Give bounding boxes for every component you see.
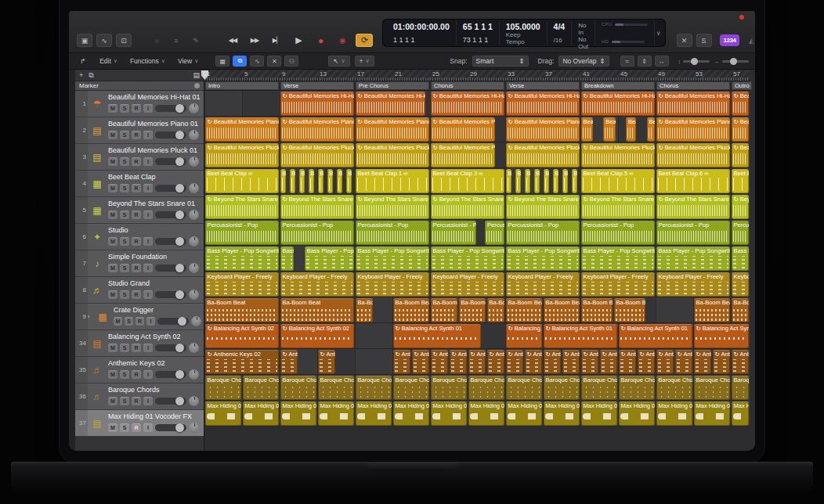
r-button[interactable]: R [132, 237, 141, 246]
volume-slider[interactable] [155, 371, 186, 378]
volume-slider[interactable] [157, 318, 189, 325]
quick-help-icon[interactable]: ☼ [149, 34, 164, 47]
m-button[interactable]: M [108, 290, 117, 299]
region-keyboard[interactable]: Keyboard Player - Freely [356, 272, 430, 297]
region-snare[interactable]: ↻ Beyond The Stars Snare 02.1 [431, 195, 505, 219]
track-header-35[interactable]: 35♬Anthemic Keys 02MSRI [75, 357, 204, 383]
volume-slider[interactable] [155, 291, 186, 298]
region-piano[interactable]: Beautiful Memories Piano [603, 117, 615, 142]
pan-knob[interactable] [189, 343, 199, 353]
record-button[interactable]: ● [312, 34, 329, 47]
i-button[interactable]: I [143, 344, 153, 352]
toolbar-toggle-icon[interactable]: ⊡ [116, 34, 132, 47]
region-clap[interactable]: Beet Beat Clap [290, 169, 296, 193]
rewind-button[interactable]: ◀◀ [224, 34, 241, 47]
region-baroque-chords[interactable]: Baroque Chords [656, 376, 693, 400]
editors-icon[interactable]: ✎ [188, 34, 204, 47]
capture-recording-button[interactable]: ◉ [334, 34, 351, 47]
region-pluck[interactable]: ↻ Beautiful Memories Pluck 01.1 [280, 143, 355, 167]
region-anthemic-keys[interactable]: ↻ Anthemic Keys 02 [732, 350, 750, 374]
vertical-auto-zoom-button[interactable]: ⇕ [638, 56, 652, 67]
r-button[interactable]: R [132, 211, 141, 219]
volume-slider-knob[interactable] [175, 104, 184, 113]
m-button[interactable]: M [108, 131, 117, 139]
region-piano[interactable]: ↻ Beautiful Memories Piano 01.2 [656, 117, 731, 142]
region-snare[interactable]: ↻ Beyond The Stars Snare 02 ∞ [356, 195, 430, 219]
duplicate-track-button[interactable]: ⧉ [89, 71, 93, 80]
volume-slider-knob[interactable] [175, 423, 184, 432]
track-header-6[interactable]: 6✦StudioMSRI [75, 224, 204, 250]
volume-slider-knob[interactable] [175, 157, 184, 166]
region-clap[interactable]: Beet Beat Clap [534, 169, 540, 193]
region-baroque-chords[interactable]: Baroque Chords [506, 376, 543, 400]
region-bass[interactable]: Bass Player - Pop Songwriter [356, 247, 430, 271]
region-hi-hat[interactable]: ↻ Beautiful Memories Hi-Hat 02.1 [431, 92, 505, 116]
m-button[interactable]: M [108, 370, 117, 379]
track-header-2[interactable]: 2▤Beautiful Memories Piano 01MSRI [75, 117, 204, 144]
region-clap[interactable]: Beet Beat Clap [525, 169, 531, 193]
region-hi-hat[interactable]: ↻ Beautiful Memories Hi-Hat 03.1 [280, 92, 355, 116]
volume-slider[interactable] [155, 211, 186, 218]
region-ba-boom[interactable]: Ba-Boom Beat [581, 298, 613, 322]
pan-knob[interactable] [189, 210, 199, 220]
region-clap[interactable]: Beet Beat Clap [318, 169, 324, 193]
vertical-zoom-slider[interactable] [683, 60, 710, 63]
region-pluck[interactable]: ↻ Beautiful Memories Pluck 02.3 [581, 143, 656, 167]
region-max-hiding[interactable]: Max Hiding 01 V [243, 401, 280, 426]
disclosure-chevron-icon[interactable]: › [88, 304, 93, 329]
waveform-zoom-button[interactable]: ≈ [620, 56, 634, 67]
region-clap[interactable]: Beet Beat Clap [299, 169, 305, 193]
region-percussionist[interactable]: Percussionist - Pop [656, 221, 731, 245]
region-anthemic-keys[interactable]: ↻ Anthemic Keys 02 [619, 350, 637, 374]
m-button[interactable]: M [108, 211, 117, 219]
cycle-button[interactable]: ⟳ [356, 34, 373, 47]
region-max-hiding[interactable]: Max Hiding 01 V [393, 401, 430, 426]
region-anthemic-keys[interactable]: ↻ Anthemic Keys 02 [600, 350, 618, 374]
region-percussionist[interactable]: Percussionist - Pop [485, 221, 504, 245]
mixer-icon[interactable]: ≡ [168, 34, 184, 47]
metronome-icon[interactable]: ◭ [743, 34, 755, 47]
region-bass[interactable]: Bass Player - Pop Songwriter [506, 247, 580, 271]
region-ba-boom[interactable]: Ba-Boom Beat [614, 298, 646, 322]
s-button[interactable]: S [120, 397, 129, 405]
volume-slider-knob[interactable] [175, 131, 184, 139]
lcd-options-chevron[interactable]: ∨ [656, 30, 661, 37]
region-percussionist[interactable]: Percussionist - Pop [356, 221, 430, 245]
volume-slider[interactable] [155, 185, 186, 192]
bar-ruler[interactable]: 159131721252933374145495357 [204, 70, 750, 81]
region-bass[interactable]: Bass Player - Pop Songwriter [732, 247, 750, 271]
track-collab-button[interactable]: ⚇ [284, 56, 298, 67]
s-button[interactable]: S [125, 317, 133, 326]
region-max-hiding[interactable]: Max Hiding 01 V [656, 401, 693, 426]
region-max-hiding[interactable]: Max Hiding 01 V [318, 401, 355, 426]
play-button[interactable]: ▶ [290, 34, 307, 47]
s-button[interactable]: S [120, 423, 129, 432]
r-button[interactable]: R [132, 157, 141, 166]
region-clap[interactable]: Beet Beat Clap [327, 169, 334, 193]
pan-knob[interactable] [191, 316, 201, 326]
pan-knob[interactable] [189, 130, 199, 140]
m-button[interactable]: M [108, 104, 117, 113]
region-percussionist[interactable]: Percussionist - Pop [506, 221, 580, 245]
forward-button[interactable]: ▶▶ [246, 34, 263, 47]
track-header-34[interactable]: 34▤Balancing Act Synth 02MSRI [75, 330, 204, 357]
add-track-button[interactable]: + [79, 71, 83, 79]
region-pluck[interactable]: ↻ Beautiful Memories Pluck 02 [431, 143, 496, 167]
automation-button[interactable]: ∿ [250, 56, 264, 67]
region-clap[interactable]: Beet Beat Clap [553, 169, 559, 193]
autozoom-button[interactable]: ⧉ [233, 56, 247, 67]
region-piano[interactable]: ↻ Beautiful Memories Piano 01.1 [280, 117, 355, 142]
region-piano[interactable]: ↻ Beautiful Memories Piano 02 [356, 117, 430, 142]
region-anthemic-keys[interactable]: ↻ Anthemic Keys 02 [525, 350, 543, 374]
track-header-4[interactable]: 4▦Beet Beat ClapMSRI [75, 171, 204, 197]
region-anthemic-keys[interactable]: ↻ Anthemic Keys 02 [694, 350, 712, 374]
region-anthemic-keys[interactable]: ↻ Anthemic Keys 02 [280, 350, 298, 374]
region-max-hiding[interactable]: Max Hiding 01 V [619, 401, 656, 426]
region-anthemic-keys[interactable]: ↻ Anthemic Keys 02 [468, 350, 486, 374]
region-percussionist[interactable]: Percussionist - Pop [581, 221, 656, 245]
region-ba-boom[interactable]: Ba-Boom Beat [732, 298, 750, 322]
region-snare[interactable]: ↻ Beyond The Stars Snare 01.2 [732, 195, 750, 219]
region-clap[interactable]: Beet Beat Clap [506, 169, 512, 193]
region-snare[interactable]: ↻ Beyond The Stars Snare 01 ∞ [205, 195, 280, 219]
i-button[interactable]: I [143, 370, 153, 379]
